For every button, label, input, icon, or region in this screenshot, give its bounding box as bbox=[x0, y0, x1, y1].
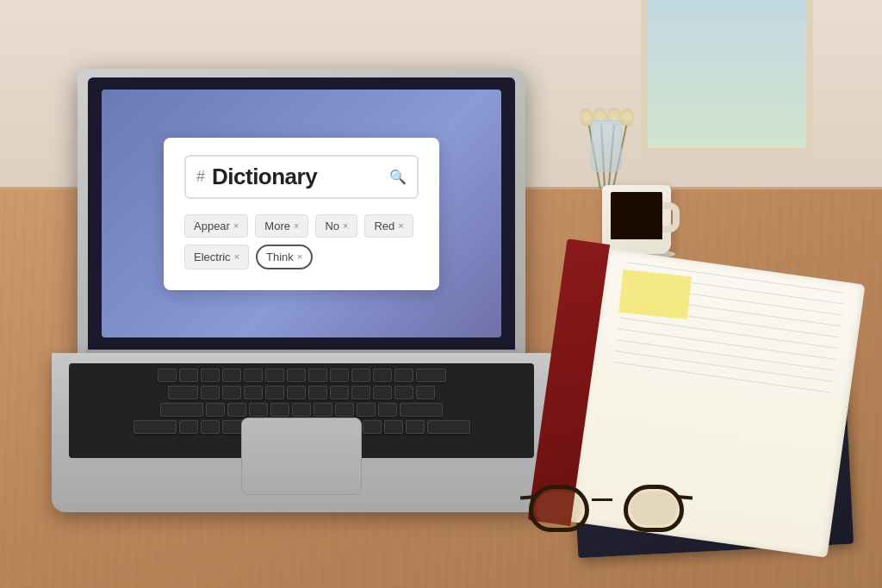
lens-tint-left bbox=[536, 492, 582, 525]
key[interactable] bbox=[308, 368, 327, 382]
tag-more-close[interactable]: × bbox=[294, 220, 299, 231]
tag-appear-label: Appear bbox=[194, 220, 230, 232]
key[interactable] bbox=[179, 368, 198, 382]
tag-appear-close[interactable]: × bbox=[233, 220, 239, 231]
tag-red-label: Red bbox=[374, 220, 394, 232]
coffee-liquid bbox=[611, 192, 662, 239]
key[interactable] bbox=[373, 386, 392, 399]
key[interactable] bbox=[330, 386, 349, 399]
tag-think[interactable]: Think × bbox=[256, 244, 313, 269]
tag-more-label: More bbox=[264, 220, 290, 232]
key[interactable] bbox=[227, 403, 246, 417]
key[interactable] bbox=[351, 368, 370, 382]
window bbox=[641, 0, 813, 155]
key[interactable] bbox=[201, 368, 220, 382]
tag-think-label: Think bbox=[266, 251, 294, 263]
tag-red-close[interactable]: × bbox=[398, 220, 403, 231]
key[interactable] bbox=[394, 386, 413, 399]
vase-body bbox=[592, 121, 622, 172]
key-tab[interactable] bbox=[168, 386, 198, 399]
key[interactable] bbox=[206, 403, 225, 417]
laptop: # Dictionary 🔍 Appear × More × bbox=[52, 69, 551, 517]
tag-think-close[interactable]: × bbox=[297, 251, 302, 262]
search-bar[interactable]: # Dictionary 🔍 bbox=[184, 155, 419, 199]
key[interactable] bbox=[416, 386, 435, 399]
key[interactable] bbox=[244, 386, 263, 399]
glasses bbox=[520, 476, 693, 545]
hash-icon: # bbox=[196, 168, 205, 186]
glasses-bridge bbox=[592, 498, 612, 501]
tag-no-close[interactable]: × bbox=[343, 220, 348, 231]
tag-no-label: No bbox=[325, 220, 339, 232]
key[interactable] bbox=[292, 403, 311, 417]
key[interactable] bbox=[158, 368, 177, 382]
key[interactable] bbox=[330, 368, 349, 382]
key[interactable] bbox=[287, 386, 306, 399]
key[interactable] bbox=[270, 403, 289, 417]
search-card: # Dictionary 🔍 Appear × More × bbox=[164, 138, 439, 290]
laptop-base bbox=[52, 353, 551, 512]
key-caps[interactable] bbox=[160, 403, 203, 417]
key[interactable] bbox=[363, 420, 382, 434]
keyboard-row-2 bbox=[72, 386, 531, 399]
trackpad[interactable] bbox=[241, 418, 362, 495]
key[interactable] bbox=[265, 368, 284, 382]
tag-no[interactable]: No × bbox=[315, 214, 357, 238]
glasses-lens-right bbox=[624, 485, 684, 532]
key[interactable] bbox=[222, 386, 241, 399]
tag-electric-close[interactable]: × bbox=[234, 251, 239, 262]
keyboard-row-1 bbox=[72, 368, 531, 382]
key-enter[interactable] bbox=[400, 403, 443, 417]
tag-appear[interactable]: Appear × bbox=[184, 214, 248, 238]
tag-electric[interactable]: Electric × bbox=[184, 244, 249, 269]
key-shift-right[interactable] bbox=[427, 420, 470, 434]
key[interactable] bbox=[373, 368, 392, 382]
key-shift-left[interactable] bbox=[134, 420, 177, 434]
tag-electric-label: Electric bbox=[194, 251, 231, 263]
key[interactable] bbox=[222, 368, 241, 382]
key[interactable] bbox=[265, 386, 284, 399]
key[interactable] bbox=[351, 386, 370, 399]
key-backspace[interactable] bbox=[416, 368, 446, 382]
sticky-note bbox=[618, 269, 692, 319]
key[interactable] bbox=[335, 403, 354, 417]
tags-area: Appear × More × No × bbox=[184, 214, 419, 269]
tag-red[interactable]: Red × bbox=[364, 214, 413, 238]
key[interactable] bbox=[384, 420, 403, 434]
key[interactable] bbox=[287, 368, 306, 382]
key[interactable] bbox=[378, 403, 397, 417]
search-icon[interactable]: 🔍 bbox=[389, 169, 407, 185]
key[interactable] bbox=[244, 368, 263, 382]
key[interactable] bbox=[394, 368, 413, 382]
vase bbox=[581, 17, 632, 172]
laptop-screen: # Dictionary 🔍 Appear × More × bbox=[102, 90, 501, 337]
search-title: Dictionary bbox=[212, 164, 389, 190]
key[interactable] bbox=[201, 420, 220, 434]
key[interactable] bbox=[179, 420, 198, 434]
laptop-lid: # Dictionary 🔍 Appear × More × bbox=[78, 69, 525, 362]
keyboard-row-3 bbox=[72, 403, 531, 417]
glasses-lens-left bbox=[529, 485, 589, 532]
key[interactable] bbox=[308, 386, 327, 399]
tag-more[interactable]: More × bbox=[255, 214, 308, 238]
screen-bezel: # Dictionary 🔍 Appear × More × bbox=[88, 77, 515, 351]
key[interactable] bbox=[201, 386, 220, 399]
key[interactable] bbox=[357, 403, 376, 417]
key[interactable] bbox=[314, 403, 332, 417]
key[interactable] bbox=[249, 403, 268, 417]
key[interactable] bbox=[406, 420, 425, 434]
cup-handle bbox=[662, 202, 680, 232]
lens-tint-right bbox=[630, 492, 677, 525]
